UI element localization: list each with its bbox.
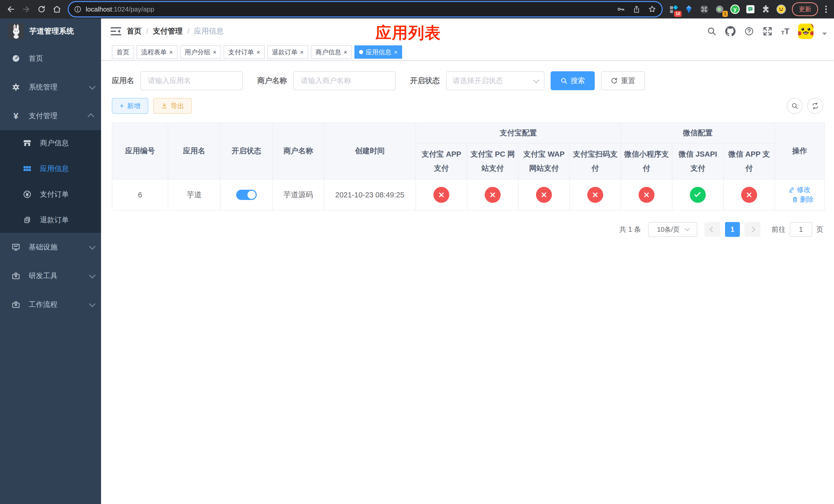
tab-pay-order[interactable]: 支付订单: [224, 45, 265, 59]
sidebar-item-merchant-info[interactable]: 商户信息: [0, 130, 101, 156]
delete-link[interactable]: 删除: [792, 195, 814, 204]
app-name-label: 应用名: [112, 76, 134, 86]
store-icon: [23, 139, 32, 147]
help-icon[interactable]: [744, 26, 754, 36]
address-bar[interactable]: localhost:1024/pay/app: [69, 2, 662, 17]
close-icon[interactable]: [213, 48, 216, 56]
status-select[interactable]: 请选择开启状态: [446, 71, 545, 90]
browser-profile-avatar[interactable]: [774, 3, 788, 16]
github-icon[interactable]: [725, 26, 736, 37]
tab-process-form[interactable]: 流程表单: [136, 45, 177, 59]
extension-yudao-icon[interactable]: y: [728, 3, 742, 16]
page-size-select[interactable]: 10条/页: [648, 222, 697, 237]
status-label: 开启状态: [410, 76, 440, 86]
browser-reload-icon[interactable]: [35, 3, 48, 16]
grid-icon: [23, 164, 32, 173]
merchant-name-label: 商户名称: [257, 76, 287, 86]
tab-refund-order[interactable]: 退款订单: [267, 45, 308, 59]
export-button[interactable]: 导出: [153, 98, 192, 114]
sidebar-logo[interactable]: 芋道管理系统: [0, 19, 101, 44]
extension-gem-icon[interactable]: [682, 3, 696, 16]
breadcrumb-payment[interactable]: 支付管理: [153, 26, 182, 37]
chevron-left-icon: [710, 227, 716, 232]
browser-back-icon[interactable]: [4, 3, 18, 16]
bookmark-star-icon[interactable]: [648, 5, 657, 14]
chevron-down-icon: [685, 226, 690, 231]
screen: localhost:1024/pay/app 10 1 y: [0, 0, 834, 504]
sidebar-item-app-info[interactable]: 应用信息: [0, 156, 101, 182]
header-search-icon[interactable]: [707, 26, 717, 36]
merchant-name-input[interactable]: [293, 71, 396, 90]
share-icon[interactable]: [632, 5, 641, 13]
sidebar-item-payment[interactable]: ¥ 支付管理: [0, 101, 101, 130]
chevron-down-icon: [89, 272, 95, 278]
browser-forward-icon[interactable]: [20, 3, 33, 16]
browser-menu-icon[interactable]: [822, 6, 830, 13]
content: 应用名 商户名称 开启状态 请选择开启状态 搜索: [101, 61, 834, 504]
sidebar-item-label: 商户信息: [40, 138, 69, 148]
col-wechat-mini: 微信小程序支付: [621, 143, 672, 179]
refresh-table-button[interactable]: [807, 98, 823, 114]
close-icon[interactable]: [257, 48, 260, 56]
app-table: 应用编号 应用名 开启状态 商户名称 创建时间 支付宝配置 微信配置 操作 支付…: [112, 122, 825, 211]
toggle-search-button[interactable]: [787, 98, 803, 114]
status-wechat-jsapi-icon: [690, 187, 706, 203]
close-icon[interactable]: [169, 48, 173, 56]
site-info-icon[interactable]: [74, 5, 82, 13]
tab-user-group[interactable]: 用户分组: [180, 45, 221, 59]
close-icon[interactable]: [300, 48, 304, 56]
goto-label: 前往: [772, 225, 786, 234]
browser-home-icon[interactable]: [50, 3, 64, 16]
app-name-input[interactable]: [140, 71, 243, 90]
reset-button[interactable]: 重置: [601, 71, 645, 90]
browser-toolbar: localhost:1024/pay/app 10 1 y: [0, 0, 834, 19]
user-avatar[interactable]: [798, 24, 813, 39]
close-icon[interactable]: [344, 48, 347, 56]
pagination: 共 1 条 10条/页 1 前往 页: [112, 222, 823, 237]
monitor-icon: [11, 243, 21, 251]
add-button[interactable]: + 新增: [112, 98, 148, 114]
next-page-button[interactable]: [745, 222, 761, 237]
chrome-update-button[interactable]: 更新: [792, 2, 818, 16]
sidebar-item-refund-order[interactable]: 退款订单: [0, 207, 101, 233]
tab-app-info[interactable]: 应用信息: [354, 45, 402, 59]
col-wechat-jsapi: 微信 JSAPI 支付: [672, 143, 723, 179]
enabled-toggle[interactable]: [236, 190, 257, 200]
extension-tabs-icon[interactable]: 10: [667, 3, 680, 16]
sidebar-item-system[interactable]: 系统管理: [0, 73, 101, 101]
breadcrumb-home[interactable]: 首页: [127, 26, 141, 37]
sidebar-item-infra[interactable]: 基础设施: [0, 233, 101, 261]
prev-page-button[interactable]: [704, 222, 720, 237]
extension-chat-icon[interactable]: [744, 3, 757, 16]
close-icon[interactable]: [394, 48, 397, 56]
fullscreen-icon[interactable]: [763, 26, 772, 36]
tab-merchant-info[interactable]: 商户信息: [311, 45, 352, 59]
password-key-icon[interactable]: [616, 5, 625, 14]
sidebar-collapse-icon[interactable]: [110, 27, 122, 36]
goto-page-input[interactable]: [790, 222, 812, 237]
edit-link[interactable]: 修改: [789, 185, 811, 194]
sidebar-item-home[interactable]: 首页: [0, 44, 101, 73]
tab-home[interactable]: 首页: [112, 45, 134, 59]
page-number-1[interactable]: 1: [725, 222, 740, 237]
sidebar-item-label: 基础设施: [29, 242, 58, 252]
col-actions: 操作: [775, 123, 825, 179]
toolbox-icon: [11, 272, 21, 280]
col-app-id: 应用编号: [112, 123, 168, 179]
extensions-puzzle-icon[interactable]: [759, 3, 772, 16]
col-alipay-qr: 支付宝扫码支付: [570, 143, 621, 179]
status-wechat-app-icon: [741, 187, 757, 203]
font-size-icon[interactable]: TT: [781, 27, 789, 36]
chevron-down-icon: [89, 83, 95, 90]
sidebar-item-workflow[interactable]: 工作流程: [0, 290, 101, 319]
extension-command-icon[interactable]: [698, 3, 711, 16]
sidebar-item-pay-order[interactable]: 支付订单: [0, 182, 101, 207]
search-button[interactable]: 搜索: [551, 71, 595, 90]
logo-rabbit-icon: [8, 23, 24, 39]
sidebar-item-devtools[interactable]: 研发工具: [0, 261, 101, 290]
chevron-up-icon: [87, 113, 94, 120]
chevron-down-icon[interactable]: [822, 32, 827, 35]
extension-recorder-icon[interactable]: 1: [713, 3, 726, 16]
status-alipay-qr-icon: [587, 187, 603, 203]
search-icon: [561, 77, 568, 84]
